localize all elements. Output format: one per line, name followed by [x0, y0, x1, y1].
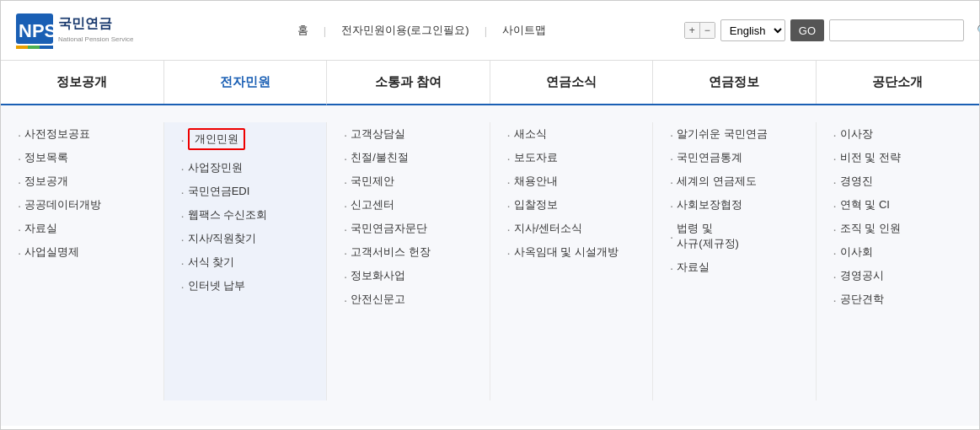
- nav-item-1[interactable]: 전자민원: [164, 61, 328, 105]
- col-6-menu: 이사장 비전 및 전략 경영진 연혁 및 CI 조직 및 인원 이사회 경영공시…: [833, 122, 970, 311]
- language-select[interactable]: English 中文 日本語: [720, 19, 785, 41]
- nav-item-3[interactable]: 연금소식: [490, 61, 654, 104]
- search-button[interactable]: 🔍: [977, 24, 980, 37]
- list-item[interactable]: 공공데이터개방: [18, 193, 153, 217]
- list-item[interactable]: 인터넷 납부: [181, 274, 317, 298]
- list-item[interactable]: 자료실: [670, 255, 806, 279]
- nav-item-2[interactable]: 소통과 참여: [327, 61, 490, 104]
- nav-item-4[interactable]: 연금정보: [653, 61, 817, 104]
- search-input[interactable]: [835, 24, 977, 37]
- col-5-menu: 알기쉬운 국민연금 국민연금통계 세계의 연금제도 사회보장협정 법령 및 사규…: [670, 122, 806, 279]
- svg-text:National Pension Service: National Pension Service: [58, 35, 134, 43]
- logo: NPS 국민연금 National Pension Service: [16, 9, 159, 51]
- font-size-controls: + −: [684, 22, 715, 39]
- list-item[interactable]: 고객상담실: [344, 122, 479, 146]
- top-bar: NPS 국민연금 National Pension Service 홈 | 전자…: [1, 1, 979, 61]
- col-4: 새소식 보도자료 채용안내 입찰정보 지사/센터소식 사옥임대 및 시설개방: [490, 122, 654, 400]
- col-3: 고객상담실 친절/불친절 국민제안 신고센터 국민연금자문단 고객서비스 헌장 …: [327, 122, 490, 400]
- logo-area: NPS 국민연금 National Pension Service: [16, 9, 159, 51]
- list-item[interactable]: 정보화사업: [344, 264, 479, 288]
- list-item[interactable]: 입찰정보: [507, 193, 643, 217]
- svg-rect-6: [40, 46, 53, 49]
- login-link[interactable]: 전자민원이용(로그인필요): [341, 23, 469, 38]
- list-item[interactable]: 사회보장협정: [670, 193, 806, 217]
- font-plus-btn[interactable]: +: [685, 23, 700, 38]
- list-item[interactable]: 국민연금자문단: [344, 217, 479, 240]
- go-button[interactable]: GO: [790, 19, 824, 41]
- list-item[interactable]: 정보공개: [18, 169, 153, 193]
- nav-item-5[interactable]: 공단소개: [817, 61, 980, 104]
- list-item[interactable]: 자료실: [18, 217, 153, 240]
- list-item[interactable]: 비전 및 전략: [833, 146, 970, 169]
- svg-rect-4: [16, 46, 28, 49]
- list-item[interactable]: 지사/직원찾기: [181, 227, 317, 250]
- col-2-menu: 개인민원 사업장민원 국민연금EDI 웹팩스 수신조회 지사/직원찾기 서식 찾…: [181, 122, 317, 298]
- sitemap-link[interactable]: 사이트맵: [502, 23, 546, 38]
- list-item[interactable]: 알기쉬운 국민연금: [670, 122, 806, 146]
- col-1-menu: 사전정보공표 정보목록 정보공개 공공데이터개방 자료실 사업실명제: [18, 122, 153, 264]
- list-item[interactable]: 안전신문고: [344, 288, 479, 311]
- list-item[interactable]: 국민연금통계: [670, 146, 806, 169]
- nav-item-0[interactable]: 정보공개: [1, 61, 164, 104]
- list-item[interactable]: 사전정보공표: [18, 122, 153, 146]
- list-item[interactable]: 국민연금EDI: [181, 180, 317, 203]
- top-controls: + − English 中文 日本語 GO 🔍: [684, 19, 964, 41]
- highlighted-menu-item[interactable]: 개인민원: [188, 128, 245, 150]
- col-2: 개인민원 사업장민원 국민연금EDI 웹팩스 수신조회 지사/직원찾기 서식 찾…: [164, 122, 328, 400]
- list-item[interactable]: 이사회: [833, 240, 970, 264]
- list-item[interactable]: 보도자료: [507, 146, 643, 169]
- search-box: 🔍: [829, 19, 964, 41]
- list-item[interactable]: 개인민원: [181, 122, 317, 156]
- list-item[interactable]: 사옥임대 및 시설개방: [507, 240, 643, 264]
- list-item[interactable]: 경영공시: [833, 264, 970, 288]
- svg-rect-5: [28, 46, 40, 49]
- main-nav: 정보공개 전자민원 소통과 참여 연금소식 연금정보 공단소개: [1, 61, 979, 105]
- list-item[interactable]: 세계의 연금제도: [670, 169, 806, 193]
- list-item[interactable]: 공단견학: [833, 288, 970, 311]
- col-3-menu: 고객상담실 친절/불친절 국민제안 신고센터 국민연금자문단 고객서비스 헌장 …: [344, 122, 479, 311]
- home-link[interactable]: 홈: [297, 23, 308, 38]
- font-minus-btn[interactable]: −: [700, 23, 715, 38]
- list-item[interactable]: 웹팩스 수신조회: [181, 203, 317, 227]
- list-item[interactable]: 새소식: [507, 122, 643, 146]
- col-4-menu: 새소식 보도자료 채용안내 입찰정보 지사/센터소식 사옥임대 및 시설개방: [507, 122, 643, 264]
- col-1: 사전정보공표 정보목록 정보공개 공공데이터개방 자료실 사업실명제: [1, 122, 164, 400]
- list-item[interactable]: 연혁 및 CI: [833, 193, 970, 217]
- list-item[interactable]: 경영진: [833, 169, 970, 193]
- list-item[interactable]: 신고센터: [344, 193, 479, 217]
- divider2: |: [485, 24, 487, 37]
- list-item[interactable]: 친절/불친절: [344, 146, 479, 169]
- top-nav: 홈 | 전자민원이용(로그인필요) | 사이트맵: [159, 23, 684, 38]
- list-item[interactable]: 국민제안: [344, 169, 479, 193]
- list-item[interactable]: 고객서비스 헌장: [344, 240, 479, 264]
- list-item[interactable]: 서식 찾기: [181, 250, 317, 274]
- list-item[interactable]: 사업실명제: [18, 240, 153, 264]
- col-6: 이사장 비전 및 전략 경영진 연혁 및 CI 조직 및 인원 이사회 경영공시…: [817, 122, 980, 400]
- content-area: 사전정보공표 정보목록 정보공개 공공데이터개방 자료실 사업실명제 개인민원 …: [1, 105, 979, 426]
- list-item[interactable]: 지사/센터소식: [507, 217, 643, 240]
- list-item[interactable]: 조직 및 인원: [833, 217, 970, 240]
- page-wrapper: NPS 국민연금 National Pension Service 홈 | 전자…: [0, 0, 980, 430]
- divider1: |: [324, 24, 326, 37]
- col-5: 알기쉬운 국민연금 국민연금통계 세계의 연금제도 사회보장협정 법령 및 사규…: [653, 122, 817, 400]
- svg-text:국민연금: 국민연금: [58, 16, 112, 30]
- list-item[interactable]: 법령 및 사규(제규정): [670, 217, 806, 255]
- svg-text:NPS: NPS: [19, 20, 56, 41]
- list-item[interactable]: 정보목록: [18, 146, 153, 169]
- list-item[interactable]: 이사장: [833, 122, 970, 146]
- list-item[interactable]: 사업장민원: [181, 156, 317, 180]
- list-item[interactable]: 채용안내: [507, 169, 643, 193]
